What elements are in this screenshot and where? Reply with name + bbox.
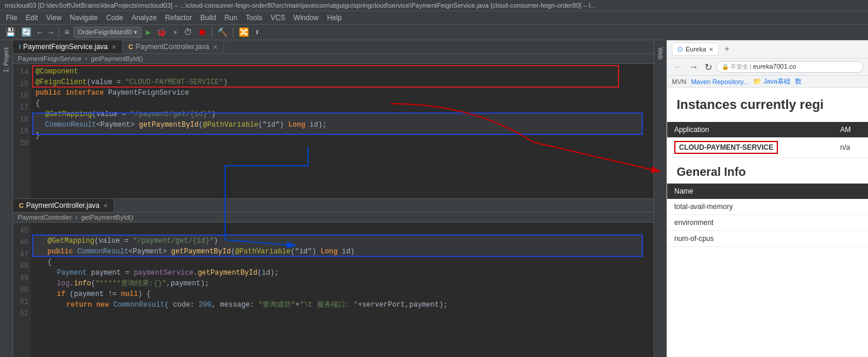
toolbar-profile-icon[interactable]: ⏱ [182, 27, 194, 38]
address-bar[interactable]: 🔒 不安全 | eureka7001.co [716, 61, 863, 73]
param-id: id); [310, 120, 327, 130]
general-row-env: environment [667, 215, 868, 231]
toolbar-structure-icon[interactable]: ≡ [63, 27, 71, 38]
tab-close-feign[interactable]: ✕ [111, 44, 116, 50]
general-info-section: General Info Name total-avail-memory [667, 158, 868, 247]
menu-window[interactable]: Window [290, 12, 322, 23]
menu-code[interactable]: Code [103, 12, 127, 23]
code-line-50: log.info("*****查询结果:{}",payment); [36, 278, 649, 289]
th-application: Application [667, 122, 833, 137]
ann-pathvariable-47: @PathVariable [235, 246, 291, 257]
tabs-top: I PaymentFeignService.java ✕ C PaymentCo… [13, 40, 654, 54]
toolbar-run-icon[interactable]: ▶ [144, 27, 152, 38]
menu-help[interactable]: Help [324, 12, 345, 23]
general-info-title: General Info [667, 158, 868, 184]
screen: mscloud03 [D:\devSoft\JetBrains\IdeaProj… [0, 0, 868, 357]
tab-label-feign: PaymentFeignService.java [23, 43, 108, 51]
toolbar-git-icon[interactable]: 🔀 [237, 27, 251, 38]
eureka-instances-table: Application AM CLOUD-PAYMENT-SERVICE n/a [667, 122, 868, 158]
code-line-52: return new CommonResult( code: 200, mess… [36, 300, 649, 310]
line-numbers-bottom: 45 46 47 48 49 50 51 52 [13, 223, 31, 357]
browser-panel: ⊙ Eureka ✕ + ← → ↻ 🔒 不安全 | eureka7001.co [667, 40, 868, 357]
menu-view[interactable]: View [43, 12, 65, 23]
dot-info: . [70, 278, 74, 289]
tab-close-controller-1[interactable]: ✕ [213, 44, 217, 50]
menu-file[interactable]: File [2, 12, 21, 23]
getmapping-paren-18: (value = [92, 109, 130, 120]
menu-vcs[interactable]: VCS [267, 12, 289, 23]
num-200: 200 [198, 300, 212, 310]
getmapping-value-18: "/payment/get/{id}" [130, 109, 212, 120]
run-config-dropdown[interactable]: OrderFeignMain80 ▾ [73, 27, 142, 38]
toolbar-coverage-icon[interactable]: ⚡ [171, 27, 179, 38]
type-common-result-47: CommonResult [77, 246, 128, 257]
code-line-46: @GetMapping(value = "/payment/get/{id}") [36, 236, 649, 246]
menu-edit[interactable]: Edit [22, 12, 41, 23]
tab-payment-controller-1[interactable]: C PaymentController.java ✕ [123, 40, 224, 53]
eureka-title: Instances currently regi [677, 97, 859, 112]
code-line-15: @FeignClient(value = "CLOUD-PAYMENT-SERV… [36, 77, 649, 88]
tab-icon-interface: I [19, 43, 21, 50]
th-name: Name [667, 184, 868, 199]
nav-forward-btn[interactable]: → [687, 62, 700, 72]
toolbar-build-icon[interactable]: 🔨 [216, 27, 229, 38]
getmapping-value-46: "/payment/get/{id}" [133, 236, 214, 246]
service-name-badge: CLOUD-PAYMENT-SERVICE [674, 141, 778, 154]
toolbar-save-icon[interactable]: 💾 [4, 27, 17, 38]
nav-refresh-btn[interactable]: ↻ [703, 62, 714, 73]
bookmark-num[interactable]: 数 [795, 77, 802, 86]
web-sidebar-label[interactable]: Web [657, 47, 664, 59]
brace-close: } [36, 130, 40, 141]
toolbar-push-icon[interactable]: ⬆ [253, 27, 261, 38]
tab-payment-feign-service[interactable]: I PaymentFeignService.java ✕ [13, 40, 123, 53]
annotation-feignclient: @FeignClient [36, 77, 87, 88]
code-lines-bottom: @GetMapping(value = "/payment/get/{id}")… [31, 223, 654, 357]
bookmark-java[interactable]: 📁 Java基础 [753, 77, 790, 86]
menu-refactor[interactable]: Refactor [162, 12, 196, 23]
toolbar-sync-icon[interactable]: 🔄 [20, 27, 33, 38]
tab-payment-controller-2[interactable]: C PaymentController.java ✕ [13, 199, 114, 212]
menu-analyze[interactable]: Analyze [128, 12, 161, 23]
editor-pane-bottom: C PaymentController.java ✕ PaymentContro… [13, 199, 654, 357]
code-line-49: Payment payment = paymentService.getPaym… [36, 268, 649, 278]
code-content-bottom[interactable]: 45 46 47 48 49 50 51 52 [13, 223, 654, 357]
tab-close-controller-2[interactable]: ✕ [103, 202, 108, 209]
menu-tools[interactable]: Tools [242, 12, 266, 23]
browser-tab-eureka[interactable]: ⊙ Eureka ✕ [672, 43, 719, 56]
td-environment: environment [667, 215, 868, 231]
nav-back-btn[interactable]: ← [672, 62, 685, 72]
fn-params2-47: ("id") [291, 246, 321, 257]
main-area: 1: Project I PaymentFeignService.java ✕ [0, 40, 868, 357]
menu-navigate[interactable]: Navigate [66, 12, 101, 23]
type-common-result-52: CommonResult [113, 300, 164, 310]
log-paren: ( [91, 278, 95, 289]
browser-tab-close[interactable]: ✕ [709, 46, 713, 53]
code-content-top[interactable]: 14 15 16 17 18 19 20 [13, 64, 654, 198]
kw-public-47: public [47, 246, 77, 257]
project-sidebar-label[interactable]: 1: Project [3, 47, 9, 72]
fn-getpaymentbyid-47: getPaymentById [171, 246, 231, 257]
toolbar-forward-icon[interactable]: → [46, 27, 55, 38]
menu-build[interactable]: Build [197, 12, 220, 23]
browser-new-tab-btn[interactable]: + [722, 44, 732, 54]
toolbar-debug-icon[interactable]: 🐞 [155, 27, 168, 38]
str-msg: "查询成功" [258, 300, 295, 310]
cr-paren: ( code: [165, 300, 199, 310]
code-paren-open: (value = [87, 77, 125, 88]
menu-run[interactable]: Run [221, 12, 241, 23]
right-sidebar: Web [654, 40, 667, 357]
ann-pathvariable-19: @PathVariable [203, 120, 258, 130]
general-row-cpus: num-of-cpus [667, 231, 868, 247]
toolbar-stop-icon[interactable]: ⏹ [196, 27, 208, 38]
th-am: AM [833, 122, 868, 137]
toolbar-back-icon[interactable]: ← [36, 27, 44, 38]
title-text: mscloud03 [D:\devSoft\JetBrains\IdeaProj… [5, 2, 596, 9]
code-line-16: public interface PaymentFeignService [36, 88, 649, 98]
fn-call-getpaymentbyid: getPaymentById [198, 268, 258, 278]
code-line-45 [36, 225, 649, 236]
bookmark-maven[interactable]: Maven Repository... [691, 78, 748, 85]
cr-port: +serverPort,payment); [358, 300, 447, 310]
code-line-48: { [36, 257, 649, 268]
code-line-51: if (payment != null) { [36, 289, 649, 300]
browser-bookmarks: MVN Maven Repository... 📁 Java基础 数 [667, 76, 868, 88]
